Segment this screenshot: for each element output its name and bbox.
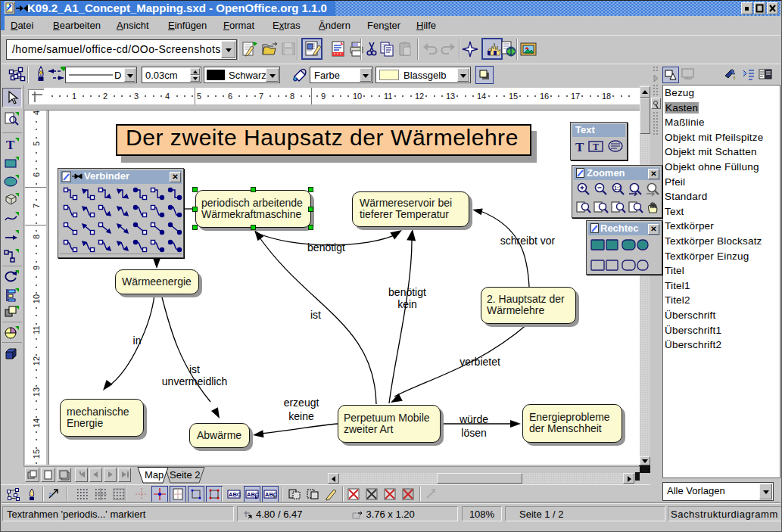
svg-text:ABC: ABC (247, 491, 259, 498)
svg-text:Seite 2: Seite 2 (170, 469, 200, 481)
svg-text:Map: Map (145, 469, 164, 481)
svg-text:T: T (575, 140, 584, 154)
svg-text:T: T (593, 142, 599, 152)
svg-text:1:1: 1:1 (614, 185, 622, 191)
svg-text:ABC: ABC (229, 491, 241, 498)
svg-text:T: T (6, 138, 15, 152)
